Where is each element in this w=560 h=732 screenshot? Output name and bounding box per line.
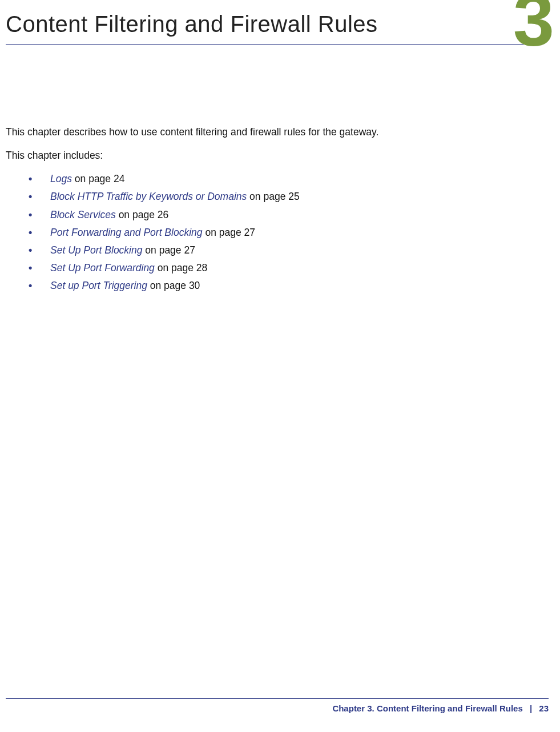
intro-paragraph-2: This chapter includes:: [6, 148, 531, 163]
footer-divider: [6, 698, 549, 699]
chapter-number: 3: [513, 0, 554, 57]
toc-page-ref: on page 27: [203, 227, 255, 238]
toc-list: • Logs on page 24 • Block HTTP Traffic b…: [6, 171, 531, 293]
bullet-icon: •: [29, 278, 32, 294]
footer-text: Chapter 3. Content Filtering and Firewal…: [6, 703, 549, 713]
chapter-header: Content Filtering and Firewall Rules 3: [6, 0, 531, 45]
toc-item: • Set up Port Triggering on page 30: [29, 278, 531, 293]
chapter-title: Content Filtering and Firewall Rules: [6, 11, 531, 44]
footer-chapter-label: Chapter 3. Content Filtering and Firewal…: [332, 703, 522, 713]
bullet-icon: •: [29, 189, 32, 205]
body-content: This chapter describes how to use conten…: [6, 124, 531, 296]
toc-item: • Logs on page 24: [29, 171, 531, 187]
footer-separator: |: [530, 703, 532, 713]
toc-page-ref: on page 24: [72, 173, 124, 184]
toc-link[interactable]: Set Up Port Blocking: [50, 244, 142, 256]
bullet-icon: •: [29, 243, 32, 259]
footer-page-number: 23: [539, 703, 549, 713]
toc-link[interactable]: Set up Port Triggering: [50, 280, 147, 291]
intro-paragraph-1: This chapter describes how to use conten…: [6, 124, 531, 140]
toc-item: • Set Up Port Blocking on page 27: [29, 243, 531, 258]
toc-link[interactable]: Set Up Port Forwarding: [50, 262, 155, 274]
toc-link[interactable]: Logs: [50, 173, 72, 184]
toc-item: • Port Forwarding and Port Blocking on p…: [29, 225, 531, 240]
toc-page-ref: on page 25: [247, 191, 299, 202]
toc-page-ref: on page 30: [147, 280, 200, 291]
toc-item: • Set Up Port Forwarding on page 28: [29, 260, 531, 276]
toc-item: • Block Services on page 26: [29, 207, 531, 223]
toc-item: • Block HTTP Traffic by Keywords or Doma…: [29, 189, 531, 204]
toc-page-ref: on page 26: [116, 209, 168, 220]
toc-link[interactable]: Block HTTP Traffic by Keywords or Domain…: [50, 191, 247, 202]
title-divider: [6, 44, 531, 45]
bullet-icon: •: [29, 260, 32, 276]
toc-link[interactable]: Port Forwarding and Port Blocking: [50, 227, 203, 238]
page-footer: Chapter 3. Content Filtering and Firewal…: [6, 698, 549, 713]
toc-link[interactable]: Block Services: [50, 209, 116, 220]
bullet-icon: •: [29, 207, 32, 223]
bullet-icon: •: [29, 171, 32, 187]
bullet-icon: •: [29, 225, 32, 241]
toc-page-ref: on page 28: [155, 262, 207, 274]
toc-page-ref: on page 27: [142, 244, 195, 256]
